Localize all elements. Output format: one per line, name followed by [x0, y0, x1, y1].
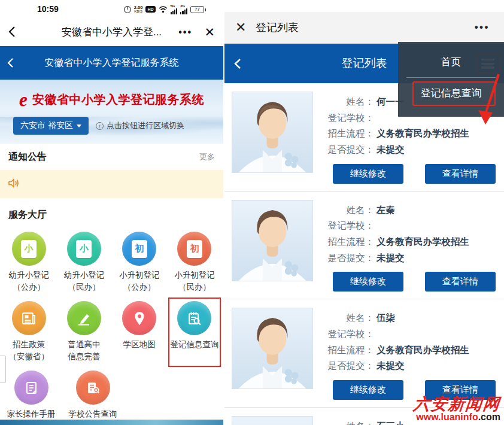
- services-title: 服务大厅: [8, 209, 47, 221]
- network-speed: 2.00KB/S: [134, 5, 143, 14]
- student-name: 伍柒: [374, 310, 395, 326]
- app-header: 安徽省中小学入学登记服务系统: [0, 46, 223, 80]
- signal-2g-icon: 2G: [180, 5, 187, 14]
- junior-register-icon: 初: [177, 232, 211, 266]
- brand-logo-icon: e: [19, 90, 28, 109]
- top-strip: [224, 0, 504, 12]
- registered-school: [374, 326, 377, 342]
- services-grid: 小 幼升小登记（公办） 小 幼升小登记（民办） 初 小升初登记（公办） 初: [0, 227, 223, 366]
- list-header-title: 登记列表: [342, 56, 387, 71]
- header-back-icon[interactable]: [234, 58, 241, 72]
- student-avatar: [232, 416, 313, 425]
- continue-edit-button[interactable]: 继续修改: [333, 164, 403, 184]
- watermark-url: www.luaninfo.com: [414, 412, 500, 423]
- notice-ticker[interactable]: [0, 170, 223, 198]
- wechat-title-bar: ✕ 登记列表 •••: [224, 12, 504, 44]
- registered-school: [374, 110, 377, 126]
- watermark-site-name: 六安新闻网: [413, 396, 502, 412]
- speaker-icon: [8, 178, 20, 191]
- registered-school: [374, 218, 377, 234]
- hd-voice-icon: HD: [145, 6, 155, 13]
- service-item-xiaoshengchu-public[interactable]: 初 小升初登记（公办）: [112, 227, 167, 296]
- watermark: 六安新闻网 www.luaninfo.com: [414, 396, 500, 423]
- annotation-box-menu-item: [412, 81, 496, 106]
- dropdown-menu: 首页 登记信息查询: [398, 42, 504, 117]
- battery-icon: 77: [190, 6, 204, 13]
- more-menu-icon[interactable]: •••: [178, 27, 192, 38]
- service-item-parent-manual[interactable]: 家长操作手册: [1, 366, 61, 424]
- chevron-down-icon: [77, 125, 81, 128]
- menu-item-registration-query[interactable]: 登记信息查询: [398, 78, 504, 108]
- primary-register-icon: 小: [12, 232, 46, 266]
- student-avatar: [232, 92, 313, 173]
- student-avatar: [232, 308, 313, 389]
- back-icon[interactable]: [8, 26, 16, 40]
- student-name: 左秦: [374, 202, 395, 218]
- primary-register-icon: 小: [67, 232, 101, 266]
- services-section-header: 服务大厅: [0, 203, 223, 227]
- page-title: 安徽省中小学入学登...: [62, 25, 162, 39]
- announcement-search-icon: [76, 371, 110, 405]
- admission-process: 义务教育民办学校招生: [374, 126, 469, 142]
- junior-register-icon: 初: [122, 232, 156, 266]
- menu-item-home[interactable]: 首页: [398, 47, 504, 77]
- registration-card: 姓名：左秦 登记学校： 招生流程：义务教育民办学校招生 是否提交：未提交 继续修…: [224, 192, 504, 300]
- manual-icon: [14, 371, 48, 405]
- service-item-registration-query[interactable]: 登记信息查询: [167, 296, 222, 366]
- view-details-button[interactable]: 查看详情: [425, 164, 496, 184]
- screenshot-stage: 10:59 2.00KB/S HD 5G 2G 77: [0, 0, 504, 425]
- submit-status: 未提交: [374, 250, 405, 266]
- bottom-banner-strip: [0, 420, 223, 425]
- service-item-youshengxiao-public[interactable]: 小 幼升小登记（公办）: [1, 227, 56, 296]
- region-hint: i 点击按钮进行区域切换: [96, 120, 184, 131]
- notice-more-link[interactable]: 更多: [199, 151, 215, 162]
- newspaper-icon: [12, 301, 46, 335]
- continue-edit-button[interactable]: 继续修改: [333, 380, 403, 400]
- admission-process: 义务教育民办学校招生: [374, 342, 469, 359]
- services-grid-row3: 家长操作手册 学校公告查询: [0, 366, 223, 424]
- student-avatar: [232, 200, 313, 281]
- submit-status: 未提交: [374, 142, 405, 158]
- side-handle[interactable]: [0, 356, 6, 383]
- service-item-highschool-info[interactable]: 普通高中信息完善: [56, 296, 111, 366]
- signal-5g-icon: 5G: [171, 5, 178, 14]
- header-title: 安徽省中小学入学登记服务系统: [45, 57, 179, 69]
- status-bar: 10:59 2.00KB/S HD 5G 2G 77: [0, 0, 223, 18]
- service-item-policy[interactable]: 招生政策（安徽省）: [1, 296, 56, 366]
- wifi-icon: [159, 6, 168, 13]
- continue-edit-button[interactable]: 继续修改: [333, 272, 403, 292]
- close-icon[interactable]: ✕: [204, 25, 215, 40]
- info-icon: i: [96, 122, 104, 130]
- map-pin-icon: [122, 301, 156, 335]
- register-search-icon: [177, 301, 211, 335]
- notice-title: 通知公告: [8, 151, 47, 163]
- brand-title: 安徽省中小学入学登记服务系统: [32, 92, 204, 108]
- alarm-icon: [124, 6, 131, 13]
- notice-section-header: 通知公告 更多: [0, 144, 223, 170]
- registration-card: 姓名：伍柒 登记学校： 招生流程：义务教育民办学校招生 是否提交：未提交 继续修…: [224, 299, 504, 408]
- service-item-district-map[interactable]: 学区地图: [112, 296, 167, 366]
- brand-banner: e 安徽省中小学入学登记服务系统 六安市 裕安区 i 点击按钮进行区域切换: [0, 80, 223, 144]
- admission-process: 义务教育民办学校招生: [374, 234, 469, 250]
- region-select-button[interactable]: 六安市 裕安区: [13, 117, 89, 135]
- view-details-button[interactable]: 查看详情: [425, 272, 496, 292]
- close-icon[interactable]: ✕: [235, 20, 246, 35]
- submit-status: 未提交: [374, 358, 405, 374]
- right-phone-panel: ✕ 登记列表 ••• 登记列表 姓名：何一一 登记学校：: [224, 0, 504, 425]
- pencil-icon: [67, 301, 101, 335]
- service-item-xiaoshengchu-private[interactable]: 初 小升初登记（民办）: [167, 227, 222, 296]
- registration-list: 姓名：何一一 登记学校： 招生流程：义务教育民办学校招生 是否提交：未提交 继续…: [224, 83, 504, 425]
- service-item-school-announcement[interactable]: 学校公告查询: [57, 366, 128, 424]
- webview-nav-bar: 安徽省中小学入学登... ••• ✕: [0, 18, 223, 46]
- student-name: 石三小: [374, 418, 405, 425]
- left-phone-panel: 10:59 2.00KB/S HD 5G 2G 77: [0, 0, 223, 425]
- header-back-icon[interactable]: [7, 57, 14, 71]
- service-item-youshengxiao-private[interactable]: 小 幼升小登记（民办）: [56, 227, 111, 296]
- clock-time: 10:59: [37, 4, 59, 14]
- more-menu-icon[interactable]: •••: [475, 22, 490, 34]
- window-title: 登记列表: [256, 20, 299, 35]
